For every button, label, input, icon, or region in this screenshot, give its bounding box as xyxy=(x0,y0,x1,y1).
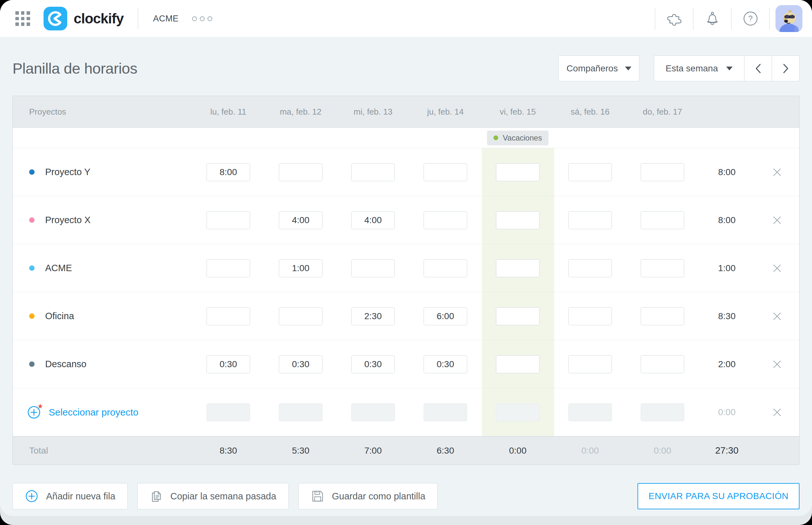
day-header-thu: ju, feb. 14 xyxy=(409,107,482,117)
time-input[interactable] xyxy=(424,211,467,229)
plus-circle-icon xyxy=(25,490,39,503)
page-title: Planilla de horarios xyxy=(13,60,137,77)
day-header-fri: vi, feb. 15 xyxy=(482,107,554,117)
project-cell[interactable]: Proyecto Y xyxy=(13,167,192,177)
add-row-button[interactable]: Añadir nueva fila xyxy=(13,483,128,509)
time-input[interactable]: 1:00 xyxy=(279,259,322,277)
close-icon xyxy=(772,407,782,417)
time-input[interactable] xyxy=(351,259,395,277)
puzzle-icon xyxy=(667,12,681,26)
row-total: 2:00 xyxy=(698,359,755,370)
close-icon xyxy=(772,167,782,177)
project-cell[interactable]: Oficina xyxy=(13,311,192,321)
time-input[interactable] xyxy=(496,355,540,373)
time-input[interactable]: 4:00 xyxy=(279,211,322,229)
day-total: 8:30 xyxy=(192,446,265,456)
select-project-label: Seleccionar proyecto xyxy=(49,407,138,418)
time-input[interactable] xyxy=(207,259,250,277)
time-input[interactable] xyxy=(641,163,684,181)
team-filter-dropdown[interactable]: Compañeros xyxy=(558,55,640,81)
copy-last-week-label: Copiar la semana pasada xyxy=(170,491,276,501)
time-input[interactable] xyxy=(641,211,684,229)
time-input[interactable] xyxy=(568,355,612,373)
page-content: Planilla de horarios Compañeros Esta sem… xyxy=(0,38,812,509)
submit-approval-label: ENVIAR PARA SU APROBACIÓN xyxy=(649,491,788,501)
chevron-right-icon xyxy=(782,63,789,74)
time-input[interactable] xyxy=(279,163,322,181)
vacation-badge-label: Vacaciones xyxy=(503,134,542,142)
time-input-disabled xyxy=(351,403,395,421)
app-grid-icon[interactable] xyxy=(15,11,30,26)
time-input[interactable] xyxy=(568,259,612,277)
previous-week-button[interactable] xyxy=(744,56,772,81)
delete-row-button[interactable] xyxy=(755,407,799,417)
time-input-disabled xyxy=(568,403,612,421)
project-color-dot xyxy=(29,169,34,175)
time-input[interactable] xyxy=(496,307,540,325)
time-input[interactable]: 0:30 xyxy=(351,355,395,373)
workspace-name[interactable]: ACME xyxy=(153,14,179,24)
time-input-disabled xyxy=(496,403,540,421)
time-input[interactable] xyxy=(496,163,540,181)
user-avatar[interactable] xyxy=(776,5,802,32)
time-input[interactable] xyxy=(351,163,395,181)
save-template-button[interactable]: Guardar como plantilla xyxy=(298,483,438,509)
help-button[interactable]: ? xyxy=(732,0,769,37)
delete-row-button[interactable] xyxy=(755,360,799,369)
close-icon xyxy=(772,215,782,225)
delete-row-button[interactable] xyxy=(755,312,799,321)
notifications-button[interactable] xyxy=(693,0,731,37)
time-input[interactable] xyxy=(279,307,322,325)
clockify-logo[interactable]: clockify xyxy=(44,7,124,30)
time-input[interactable] xyxy=(641,355,684,373)
day-total: 0:00 xyxy=(482,446,554,456)
time-input[interactable]: 0:30 xyxy=(279,355,322,373)
time-input[interactable]: 0:30 xyxy=(424,355,467,373)
time-input[interactable] xyxy=(641,259,684,277)
workspace-menu-dots-icon[interactable] xyxy=(192,16,212,21)
time-input[interactable] xyxy=(568,163,612,181)
project-cell[interactable]: Proyecto X xyxy=(13,215,192,225)
time-input[interactable]: 8:00 xyxy=(207,163,250,181)
copy-last-week-button[interactable]: Copiar la semana pasada xyxy=(137,483,288,509)
week-dropdown[interactable]: Esta semana xyxy=(654,56,744,81)
timesheet-table: Proyectos lu, feb. 11 ma, feb. 12 mi, fe… xyxy=(13,96,799,465)
time-input[interactable] xyxy=(496,259,540,277)
time-input[interactable]: 2:30 xyxy=(351,307,395,325)
project-cell[interactable]: Descanso xyxy=(13,359,192,370)
select-project-button[interactable]: ★ Seleccionar proyecto xyxy=(13,405,192,419)
time-input[interactable] xyxy=(568,211,612,229)
time-input[interactable]: 4:00 xyxy=(351,211,395,229)
clockify-logo-text: clockify xyxy=(74,11,124,27)
time-input[interactable] xyxy=(424,163,467,181)
clockify-logo-icon xyxy=(44,7,67,30)
delete-row-button[interactable] xyxy=(755,215,799,225)
vacation-badge-row: Vacaciones xyxy=(13,128,799,148)
chevron-down-icon xyxy=(625,66,631,71)
delete-row-button[interactable] xyxy=(755,264,799,273)
time-input[interactable] xyxy=(641,307,684,325)
day-header-sun: do, feb. 17 xyxy=(626,107,698,117)
submit-approval-button[interactable]: ENVIAR PARA SU APROBACIÓN xyxy=(637,483,799,509)
svg-text:?: ? xyxy=(748,14,752,23)
chevron-left-icon xyxy=(755,63,762,74)
delete-row-button[interactable] xyxy=(755,167,799,177)
day-header-sat: sá, feb. 16 xyxy=(554,107,626,117)
integrations-button[interactable] xyxy=(656,0,693,37)
project-cell[interactable]: ACME xyxy=(13,263,192,273)
time-input[interactable] xyxy=(424,259,467,277)
vacation-badge: Vacaciones xyxy=(487,131,548,145)
time-input[interactable] xyxy=(207,211,250,229)
day-total: 5:30 xyxy=(265,446,337,456)
time-input[interactable]: 6:00 xyxy=(424,307,467,325)
time-input[interactable]: 0:30 xyxy=(207,355,250,373)
app-window: clockify ACME xyxy=(0,0,812,516)
time-input-disabled xyxy=(641,403,684,421)
time-input[interactable] xyxy=(496,211,540,229)
close-icon xyxy=(772,264,782,273)
time-input[interactable] xyxy=(568,307,612,325)
close-icon xyxy=(772,312,782,321)
next-week-button[interactable] xyxy=(772,56,799,81)
time-input[interactable] xyxy=(207,307,250,325)
week-grand-total: 27:30 xyxy=(698,445,755,456)
